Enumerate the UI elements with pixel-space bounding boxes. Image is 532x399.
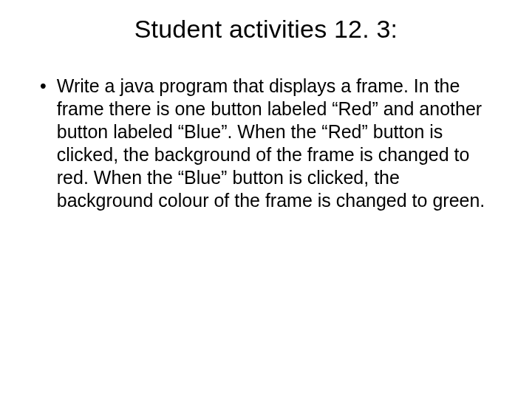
slide-title: Student activities 12. 3: xyxy=(35,15,497,44)
slide-content: • Write a java program that displays a f… xyxy=(35,75,497,212)
bullet-marker: • xyxy=(40,75,47,98)
list-item: • Write a java program that displays a f… xyxy=(40,75,497,212)
bullet-text: Write a java program that displays a fra… xyxy=(57,75,497,212)
